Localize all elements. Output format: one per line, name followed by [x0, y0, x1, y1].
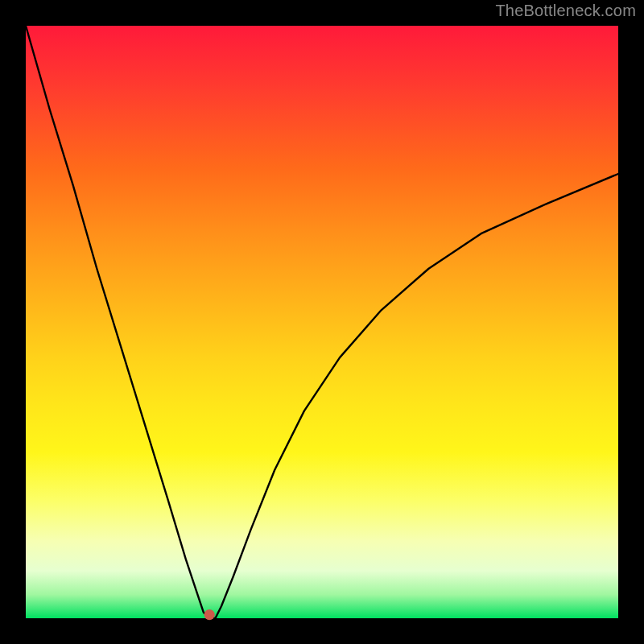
- plot-area: [26, 26, 618, 618]
- bottleneck-curve: [26, 26, 618, 618]
- optimum-marker: [204, 609, 215, 620]
- attribution-text: TheBottleneck.com: [495, 2, 636, 20]
- chart-frame: TheBottleneck.com: [0, 0, 644, 644]
- chart-svg: [26, 26, 618, 618]
